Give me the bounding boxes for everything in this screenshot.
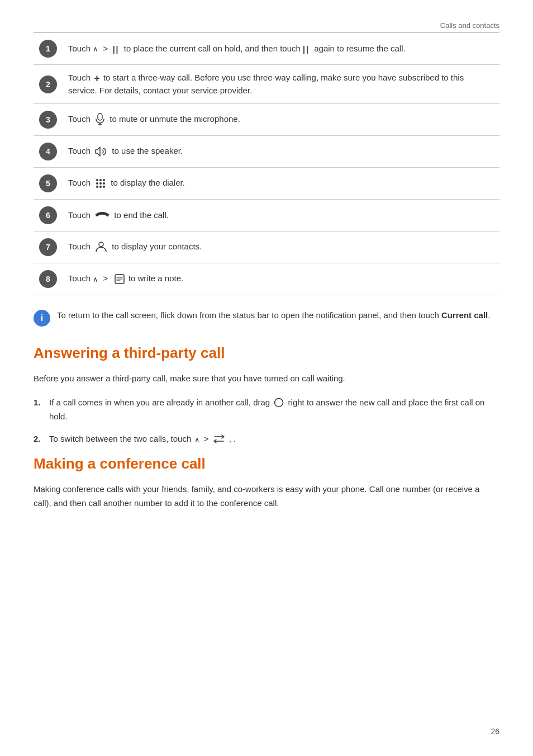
table-row: 3 Touch to mute or unmute the microphone… [34, 104, 499, 136]
end-call-icon [95, 210, 110, 221]
page-number: 26 [491, 727, 499, 736]
step-num-5: 5 [34, 168, 63, 200]
chevron-up-icon: ∧ [93, 45, 98, 53]
step-text-4: Touch to use the speaker. [63, 136, 499, 168]
note-icon [114, 273, 125, 286]
step-circle-7: 7 [39, 238, 57, 256]
step-circle-8: 8 [39, 270, 57, 288]
mic-icon [95, 113, 105, 126]
plus-icon: + [94, 73, 100, 83]
page-title-bar: Calls and contacts [34, 17, 499, 32]
svg-point-3 [96, 179, 98, 181]
step-num-8: 8 [34, 263, 63, 295]
chevron-up-icon-2: ∧ [93, 276, 98, 283]
contacts-icon [95, 240, 107, 254]
pause-bars-icon: || [113, 45, 120, 53]
info-icon: i [34, 310, 50, 327]
info-text: To return to the call screen, flick down… [57, 309, 490, 322]
step-text-6: Touch to end the call. [63, 200, 499, 231]
step-num-2: 2 [34, 65, 63, 104]
table-row: 1 Touch ∧ > || to place the current call… [34, 33, 499, 65]
section2-intro: Making conference calls with your friend… [34, 483, 499, 511]
step-text-3: Touch to mute or unmute the microphone. [63, 104, 499, 136]
step-circle-6: 6 [39, 206, 57, 224]
section1-intro: Before you answer a third-party call, ma… [34, 372, 499, 386]
info-text-after: . [488, 310, 490, 320]
section2-heading: Making a conference call [34, 455, 499, 472]
step-text-8: Touch ∧ > to write a note. [63, 263, 499, 295]
section1-item-1-num: 1. [34, 396, 49, 410]
section1-item-2-text: To switch between the two calls, touch ∧… [49, 432, 499, 446]
dialer-grid-icon [95, 178, 106, 190]
drag-circle-icon [274, 398, 284, 409]
step-circle-5: 5 [39, 174, 57, 192]
step-circle-2: 2 [39, 75, 57, 93]
section1-item-1: 1. If a call comes in when you are alrea… [34, 396, 499, 424]
step-num-3: 3 [34, 104, 63, 136]
step-circle-3: 3 [39, 111, 57, 129]
svg-rect-0 [98, 114, 102, 120]
table-row: 8 Touch ∧ > to write a note. [34, 263, 499, 295]
speaker-icon [95, 146, 107, 158]
svg-point-11 [103, 186, 105, 188]
svg-point-10 [99, 186, 102, 188]
step-num-6: 6 [34, 200, 63, 231]
chevron-up-icon-3: ∧ [194, 436, 200, 443]
table-row: 7 Touch to display your contacts. [34, 231, 499, 263]
table-row: 2 Touch + to start a three-way call. Bef… [34, 65, 499, 104]
step-text-7: Touch to display your contacts. [63, 231, 499, 263]
svg-point-12 [99, 242, 103, 247]
switch-calls-icon [213, 434, 225, 445]
step-text-5: Touch to display the dialer. [63, 168, 499, 200]
step-num-7: 7 [34, 231, 63, 263]
section1-item-1-text: If a call comes in when you are already … [49, 396, 499, 424]
section1-heading: Answering a third-party call [34, 344, 499, 362]
page-title: Calls and contacts [440, 21, 499, 30]
table-row: 4 Touch to use the speaker. [34, 136, 499, 168]
svg-point-8 [103, 182, 105, 185]
step-num-1: 1 [34, 33, 63, 65]
svg-point-4 [99, 179, 102, 181]
svg-point-5 [103, 179, 105, 181]
svg-point-7 [99, 182, 102, 185]
info-text-bold: Current call [441, 310, 488, 320]
step-num-4: 4 [34, 136, 63, 168]
step-circle-1: 1 [39, 40, 57, 58]
section1-item-2-num: 2. [34, 432, 49, 446]
steps-table: 1 Touch ∧ > || to place the current call… [34, 32, 499, 295]
svg-point-17 [275, 398, 283, 407]
section1-item-2: 2. To switch between the two calls, touc… [34, 432, 499, 446]
step-text-1: Touch ∧ > || to place the current call o… [63, 33, 499, 65]
step-circle-4: 4 [39, 143, 57, 160]
page: Calls and contacts 1 Touch ∧ > || to pla… [0, 0, 533, 756]
svg-point-6 [96, 182, 98, 185]
table-row: 5 Touch to di [34, 168, 499, 200]
info-box: i To return to the call screen, flick do… [34, 309, 499, 327]
svg-point-9 [96, 186, 98, 188]
info-text-before: To return to the call screen, flick down… [57, 310, 441, 320]
step-text-2: Touch + to start a three-way call. Befor… [63, 65, 499, 104]
pause-bars-icon-2: || [303, 45, 310, 53]
table-row: 6 Touch to end the call. [34, 200, 499, 231]
